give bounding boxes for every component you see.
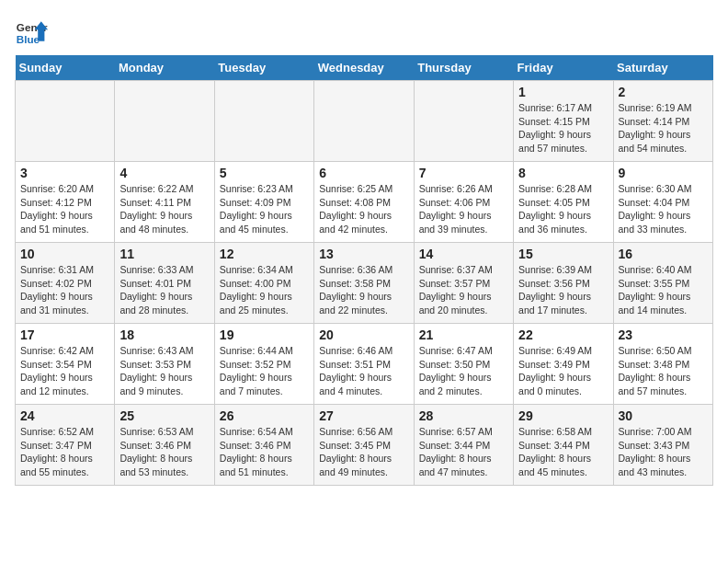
day-number: 21 [419,327,508,342]
day-info: Sunrise: 6:37 AM Sunset: 3:57 PM Dayligh… [419,263,508,317]
day-info: Sunrise: 6:17 AM Sunset: 4:15 PM Dayligh… [518,101,608,155]
calendar-cell: 6Sunrise: 6:25 AM Sunset: 4:08 PM Daylig… [314,162,414,243]
svg-text:Blue: Blue [17,33,40,45]
day-number: 25 [119,408,209,423]
calendar-cell: 22Sunrise: 6:49 AM Sunset: 3:49 PM Dayli… [514,324,613,405]
weekday-header-monday: Monday [115,55,214,81]
day-info: Sunrise: 6:33 AM Sunset: 4:01 PM Dayligh… [119,263,209,317]
day-number: 18 [119,327,209,342]
calendar-cell: 18Sunrise: 6:43 AM Sunset: 3:53 PM Dayli… [115,324,214,405]
logo-icon: General Blue [15,15,48,48]
calendar-cell: 28Sunrise: 6:57 AM Sunset: 3:44 PM Dayli… [414,405,513,486]
calendar-cell: 5Sunrise: 6:23 AM Sunset: 4:09 PM Daylig… [214,162,313,243]
day-number: 8 [518,166,608,180]
logo: General Blue [15,15,48,48]
day-number: 30 [619,408,708,423]
day-number: 7 [419,166,508,180]
day-info: Sunrise: 6:43 AM Sunset: 3:53 PM Dayligh… [119,344,209,398]
day-number: 9 [619,166,708,180]
calendar-cell [414,81,513,162]
calendar-cell: 2Sunrise: 6:19 AM Sunset: 4:14 PM Daylig… [613,81,712,162]
calendar-cell [115,81,214,162]
day-info: Sunrise: 6:34 AM Sunset: 4:00 PM Dayligh… [220,263,309,317]
day-number: 1 [518,85,608,99]
day-info: Sunrise: 6:26 AM Sunset: 4:06 PM Dayligh… [419,182,508,236]
weekday-header-thursday: Thursday [414,55,513,81]
day-number: 15 [518,247,608,261]
calendar-cell: 16Sunrise: 6:40 AM Sunset: 3:55 PM Dayli… [613,243,712,324]
day-info: Sunrise: 6:58 AM Sunset: 3:44 PM Dayligh… [518,425,608,479]
calendar-cell: 10Sunrise: 6:31 AM Sunset: 4:02 PM Dayli… [16,243,115,324]
day-info: Sunrise: 6:36 AM Sunset: 3:58 PM Dayligh… [319,263,408,317]
day-number: 3 [20,166,109,180]
day-number: 13 [319,247,408,261]
weekday-header-friday: Friday [514,55,613,81]
calendar-cell: 23Sunrise: 6:50 AM Sunset: 3:48 PM Dayli… [613,324,712,405]
day-info: Sunrise: 6:20 AM Sunset: 4:12 PM Dayligh… [20,182,109,236]
calendar-cell: 4Sunrise: 6:22 AM Sunset: 4:11 PM Daylig… [115,162,214,243]
day-info: Sunrise: 7:00 AM Sunset: 3:43 PM Dayligh… [619,425,708,479]
calendar-cell: 7Sunrise: 6:26 AM Sunset: 4:06 PM Daylig… [414,162,513,243]
calendar-cell: 19Sunrise: 6:44 AM Sunset: 3:52 PM Dayli… [214,324,313,405]
day-info: Sunrise: 6:23 AM Sunset: 4:09 PM Dayligh… [220,182,309,236]
day-number: 2 [619,85,708,99]
day-info: Sunrise: 6:31 AM Sunset: 4:02 PM Dayligh… [20,263,109,317]
weekday-header-sunday: Sunday [16,55,115,81]
day-info: Sunrise: 6:40 AM Sunset: 3:55 PM Dayligh… [619,263,708,317]
day-info: Sunrise: 6:53 AM Sunset: 3:46 PM Dayligh… [119,425,209,479]
calendar-cell: 20Sunrise: 6:46 AM Sunset: 3:51 PM Dayli… [314,324,414,405]
calendar-cell [16,81,115,162]
calendar-cell: 3Sunrise: 6:20 AM Sunset: 4:12 PM Daylig… [16,162,115,243]
day-info: Sunrise: 6:56 AM Sunset: 3:45 PM Dayligh… [319,425,408,479]
day-number: 17 [20,327,109,342]
day-number: 20 [319,327,408,342]
calendar-cell: 14Sunrise: 6:37 AM Sunset: 3:57 PM Dayli… [414,243,513,324]
day-number: 27 [319,408,408,423]
day-info: Sunrise: 6:52 AM Sunset: 3:47 PM Dayligh… [20,425,109,479]
calendar-cell: 29Sunrise: 6:58 AM Sunset: 3:44 PM Dayli… [514,405,613,486]
day-info: Sunrise: 6:44 AM Sunset: 3:52 PM Dayligh… [220,344,309,398]
day-number: 11 [119,247,209,261]
calendar-cell: 15Sunrise: 6:39 AM Sunset: 3:56 PM Dayli… [514,243,613,324]
calendar-cell: 12Sunrise: 6:34 AM Sunset: 4:00 PM Dayli… [214,243,313,324]
calendar-cell [214,81,313,162]
day-number: 6 [319,166,408,180]
day-info: Sunrise: 6:19 AM Sunset: 4:14 PM Dayligh… [619,101,708,155]
calendar-cell: 25Sunrise: 6:53 AM Sunset: 3:46 PM Dayli… [115,405,214,486]
day-number: 14 [419,247,508,261]
calendar-cell: 11Sunrise: 6:33 AM Sunset: 4:01 PM Dayli… [115,243,214,324]
calendar-cell: 8Sunrise: 6:28 AM Sunset: 4:05 PM Daylig… [514,162,613,243]
calendar-header: SundayMondayTuesdayWednesdayThursdayFrid… [16,55,713,81]
day-number: 4 [119,166,209,180]
day-info: Sunrise: 6:46 AM Sunset: 3:51 PM Dayligh… [319,344,408,398]
day-number: 23 [619,327,708,342]
calendar-cell: 13Sunrise: 6:36 AM Sunset: 3:58 PM Dayli… [314,243,414,324]
calendar-cell: 30Sunrise: 7:00 AM Sunset: 3:43 PM Dayli… [613,405,712,486]
day-info: Sunrise: 6:25 AM Sunset: 4:08 PM Dayligh… [319,182,408,236]
day-info: Sunrise: 6:28 AM Sunset: 4:05 PM Dayligh… [518,182,608,236]
calendar-cell: 26Sunrise: 6:54 AM Sunset: 3:46 PM Dayli… [214,405,313,486]
day-info: Sunrise: 6:42 AM Sunset: 3:54 PM Dayligh… [20,344,109,398]
day-number: 16 [619,247,708,261]
weekday-header-tuesday: Tuesday [214,55,313,81]
calendar-cell: 9Sunrise: 6:30 AM Sunset: 4:04 PM Daylig… [613,162,712,243]
day-number: 28 [419,408,508,423]
day-info: Sunrise: 6:22 AM Sunset: 4:11 PM Dayligh… [119,182,209,236]
day-info: Sunrise: 6:47 AM Sunset: 3:50 PM Dayligh… [419,344,508,398]
day-info: Sunrise: 6:39 AM Sunset: 3:56 PM Dayligh… [518,263,608,317]
calendar-cell [314,81,414,162]
calendar-cell: 27Sunrise: 6:56 AM Sunset: 3:45 PM Dayli… [314,405,414,486]
day-number: 12 [220,247,309,261]
calendar-cell: 24Sunrise: 6:52 AM Sunset: 3:47 PM Dayli… [16,405,115,486]
day-info: Sunrise: 6:50 AM Sunset: 3:48 PM Dayligh… [619,344,708,398]
day-info: Sunrise: 6:49 AM Sunset: 3:49 PM Dayligh… [518,344,608,398]
day-number: 26 [220,408,309,423]
calendar-cell: 21Sunrise: 6:47 AM Sunset: 3:50 PM Dayli… [414,324,513,405]
day-number: 22 [518,327,608,342]
day-info: Sunrise: 6:57 AM Sunset: 3:44 PM Dayligh… [419,425,508,479]
weekday-header-wednesday: Wednesday [314,55,414,81]
calendar-table: SundayMondayTuesdayWednesdayThursdayFrid… [15,55,713,486]
weekday-header-saturday: Saturday [613,55,712,81]
day-info: Sunrise: 6:30 AM Sunset: 4:04 PM Dayligh… [619,182,708,236]
day-number: 19 [220,327,309,342]
